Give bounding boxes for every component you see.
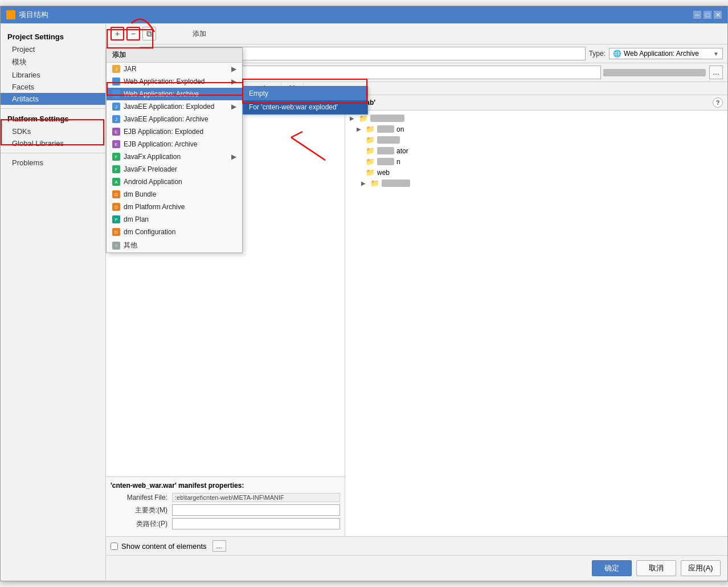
copy-button[interactable]: ⧉: [142, 27, 156, 40]
tree-item-3[interactable]: 📁: [347, 134, 725, 145]
type-value: Web Application: Archive: [624, 50, 711, 58]
javafx-icon: F: [112, 153, 120, 161]
available-tree: ▶ 📁 ▶ 📁 on 📁: [345, 111, 727, 536]
bottom-bar: 确定 取消 应用(A): [106, 555, 727, 581]
sidebar-item-global-libraries[interactable]: Global Libraries: [1, 137, 105, 149]
tree-item-5[interactable]: 📁 n: [347, 156, 725, 167]
tree-item-sub[interactable]: ▶ 📁: [347, 178, 725, 189]
dropdown-item-javafx[interactable]: F JavaFx Application ▶: [107, 150, 242, 163]
ok-button[interactable]: 确定: [592, 560, 632, 576]
app-icon: [6, 10, 15, 19]
dropdown-item-other[interactable]: ○ 其他: [107, 238, 242, 252]
dm-plan-icon: P: [112, 215, 120, 223]
dropdown-item-javaee-archive[interactable]: J JavaEE Application: Archive: [107, 113, 242, 125]
javafx-preloader-icon: F: [112, 165, 120, 173]
sidebar-item-problems[interactable]: Problems: [1, 157, 105, 169]
javaee-archive-icon: J: [112, 115, 120, 123]
submenu-item-for-exploded[interactable]: For 'cnten-web:war exploded': [243, 100, 367, 114]
title-bar-controls: ─ □ ✕: [693, 11, 722, 19]
tree-label-blurred-sub: [382, 180, 410, 187]
chevron-down-icon: ▼: [713, 51, 719, 57]
type-label: Type:: [589, 50, 606, 58]
ejb-exploded-icon: E: [112, 128, 120, 136]
type-select[interactable]: 🌐 Web Application: Archive ▼: [609, 48, 723, 59]
title-text: 项目结构: [19, 10, 48, 20]
show-content-label: Show content of elements: [121, 542, 207, 551]
show-content-checkbox[interactable]: [111, 543, 118, 550]
manifest-classpath-label: 类路径:(P): [111, 519, 167, 529]
manifest-main-class-label: 主要类:(M): [111, 506, 167, 515]
sidebar-item-modules[interactable]: 模块: [1, 55, 105, 69]
chevron-right-icon-sub: ▶: [361, 180, 368, 186]
title-bar-title: 项目结构: [6, 10, 48, 20]
manifest-file-label: Manifest File:: [111, 494, 167, 502]
tree-label-blurred-5: [377, 158, 394, 165]
manifest-main-class-row: 主要类:(M): [111, 504, 340, 516]
ejb-archive-icon: E: [112, 140, 120, 148]
manifest-title: 'cnten-web_war.war' manifest properties:: [111, 482, 340, 490]
dropdown-header: 添加: [107, 48, 242, 63]
dropdown-item-dm-bundle[interactable]: D dm Bundle: [107, 188, 242, 201]
web-archive-submenu: Empty For 'cnten-web:war exploded': [243, 86, 368, 115]
apply-button[interactable]: 应用(A): [681, 560, 721, 576]
dropdown-item-android[interactable]: A Android Application: [107, 176, 242, 188]
tree-item-web[interactable]: 📁 web: [347, 167, 725, 178]
help-icon[interactable]: ?: [713, 97, 723, 108]
dropdown-item-javaee-exploded[interactable]: J JavaEE Application: Exploded ▶: [107, 100, 242, 113]
platform-settings-section: Platform Settings: [1, 112, 105, 125]
tree-label-blurred-3: [377, 136, 400, 144]
sidebar-divider-2: [1, 153, 105, 153]
tree-item-2[interactable]: ▶ 📁 on: [347, 124, 725, 134]
chevron-right-icon-2: ▶: [357, 126, 363, 132]
android-icon: A: [112, 178, 120, 186]
title-bar: 项目结构 ─ □ ✕: [1, 6, 727, 23]
manifest-file-value: :eb\target\cnten-web\META-INF\MANIF: [172, 493, 340, 502]
sidebar-item-artifacts[interactable]: Artifacts: [1, 93, 105, 105]
sidebar-item-facets[interactable]: Facets: [1, 81, 105, 93]
artifacts-toolbar: + − ⧉ 添加: [106, 23, 727, 44]
tree-label-blurred-2: [377, 125, 394, 133]
dropdown-item-web-exploded[interactable]: 🌐 Web Application: Exploded ▶: [107, 75, 242, 88]
add-menu-label: 添加: [193, 29, 206, 39]
folder-icon-web: 📁: [366, 168, 375, 177]
sidebar-divider: [1, 108, 105, 109]
javaee-exploded-icon: J: [112, 103, 120, 111]
sidebar-item-libraries[interactable]: Libraries: [1, 69, 105, 81]
dropdown-item-dm-config[interactable]: D dm Configuration: [107, 226, 242, 238]
remove-button[interactable]: −: [126, 27, 140, 40]
dm-platform-icon: D: [112, 203, 120, 211]
sidebar-item-project[interactable]: Project: [1, 43, 105, 55]
dropdown-item-jar[interactable]: J JAR ▶: [107, 63, 242, 75]
dm-config-icon: D: [112, 228, 120, 236]
folder-icon: 📁: [359, 114, 368, 123]
manifest-file-row: Manifest File: :eb\target\cnten-web\META…: [111, 493, 340, 502]
tree-label-web: web: [377, 169, 390, 177]
tree-item-4[interactable]: 📁 ator: [347, 145, 725, 156]
project-structure-dialog: 项目结构 ─ □ ✕ Project Settings Project 模块 L…: [0, 6, 728, 581]
sidebar: Project Settings Project 模块 Libraries Fa…: [1, 23, 106, 581]
minimize-button[interactable]: ─: [693, 11, 701, 19]
browse-output-button[interactable]: …: [709, 66, 723, 79]
submenu-item-empty[interactable]: Empty: [243, 87, 367, 100]
sidebar-item-sdks[interactable]: SDKs: [1, 125, 105, 137]
dropdown-item-dm-plan[interactable]: P dm Plan: [107, 213, 242, 226]
dropdown-item-ejb-archive[interactable]: E EJB Application: Archive: [107, 138, 242, 150]
dropdown-item-ejb-exploded[interactable]: E EJB Application: Exploded: [107, 125, 242, 138]
add-button[interactable]: +: [111, 27, 124, 40]
web-archive-icon: 🌐: [112, 90, 120, 98]
manifest-classpath-input[interactable]: [172, 518, 340, 529]
cancel-button[interactable]: 取消: [636, 560, 676, 576]
right-panel: Availab' ? ▶ 📁 ▶ 📁 on: [345, 95, 727, 536]
tree-item-1[interactable]: ▶ 📁: [347, 113, 725, 124]
dm-bundle-icon: D: [112, 190, 120, 198]
chevron-right-icon: ▶: [350, 115, 357, 121]
dropdown-item-javafx-preloader[interactable]: F JavaFx Preloader: [107, 163, 242, 176]
dropdown-item-dm-platform[interactable]: D dm Platform Archive: [107, 201, 242, 213]
manifest-main-class-input[interactable]: [172, 504, 340, 516]
copy-icon: ⧉: [146, 29, 152, 39]
available-header: Availab' ?: [345, 95, 727, 111]
maximize-button[interactable]: □: [704, 11, 711, 19]
dropdown-item-web-archive[interactable]: 🌐 Web Application: Archive: [107, 88, 242, 100]
close-button[interactable]: ✕: [714, 11, 722, 19]
show-content-settings-button[interactable]: …: [212, 540, 226, 552]
